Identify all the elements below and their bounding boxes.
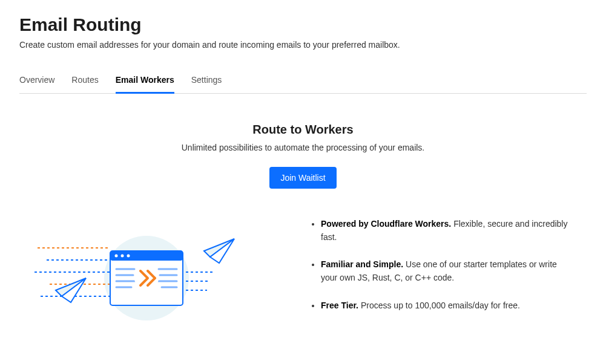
feature-bold: Familiar and Simple. bbox=[321, 259, 403, 269]
hero-subtitle: Unlimited possibilities to automate the … bbox=[19, 143, 587, 152]
feature-bold: Powered by Cloudflare Workers. bbox=[321, 219, 451, 229]
workers-illustration bbox=[31, 218, 262, 339]
hero-title: Route to Workers bbox=[19, 123, 587, 137]
tab-overview[interactable]: Overview bbox=[19, 69, 54, 94]
page-title: Email Routing bbox=[19, 15, 587, 35]
svg-point-10 bbox=[115, 255, 118, 258]
svg-point-11 bbox=[121, 255, 124, 258]
tab-email-workers[interactable]: Email Workers bbox=[116, 69, 174, 94]
feature-item: Free Tier. Process up to 100,000 emails/… bbox=[321, 299, 575, 313]
feature-text: Process up to 100,000 emails/day for fre… bbox=[358, 301, 520, 310]
tab-routes[interactable]: Routes bbox=[71, 69, 98, 94]
feature-bold: Free Tier. bbox=[321, 301, 358, 310]
join-waitlist-button[interactable]: Join Waitlist bbox=[269, 167, 336, 189]
page-subtitle: Create custom email addresses for your d… bbox=[19, 40, 587, 50]
hero-section: Route to Workers Unlimited possibilities… bbox=[19, 123, 587, 189]
feature-item: Powered by Cloudflare Workers. Flexible,… bbox=[321, 218, 575, 244]
feature-list: Powered by Cloudflare Workers. Flexible,… bbox=[310, 218, 575, 327]
tab-bar: Overview Routes Email Workers Settings bbox=[19, 69, 587, 94]
svg-point-12 bbox=[127, 255, 130, 258]
tab-settings[interactable]: Settings bbox=[191, 69, 222, 94]
feature-item: Familiar and Simple. Use one of our star… bbox=[321, 258, 575, 284]
